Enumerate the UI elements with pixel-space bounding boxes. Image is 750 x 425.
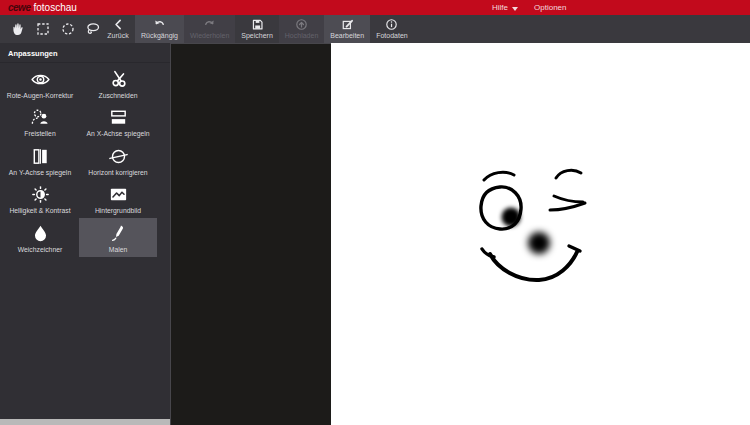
toolbar-button-label: Hochladen (285, 32, 318, 40)
hand-icon (10, 21, 26, 37)
logo-brand: cewe (8, 2, 30, 13)
hand-tool[interactable] (10, 21, 26, 37)
menu-optionen[interactable]: Optionen (534, 3, 566, 12)
scissors-icon (108, 69, 129, 90)
menu-hilfe[interactable]: Hilfe (492, 3, 518, 12)
cutout-icon (30, 107, 51, 128)
sidebar-tool-helligkeit-kontrast[interactable]: Helligkeit & Kontrast (1, 180, 79, 219)
toolbar-button-fotodaten[interactable]: Fotodaten (370, 15, 414, 43)
eye-icon (30, 69, 51, 90)
sidebar-tool-an-y-achse-spiegeln[interactable]: An Y-Achse spiegeln (1, 141, 79, 180)
content-area: Anpassungen Rote-Augen-Korrektur Zuschne… (0, 43, 750, 425)
sidebar-tool-label: Malen (109, 246, 128, 254)
logo-product: fotoschau (33, 2, 76, 13)
sidebar-tool-label: Rote-Augen-Korrektur (7, 92, 74, 100)
app-logo: cewe fotoschau (8, 2, 77, 13)
ellipse-select-tool[interactable] (60, 21, 76, 37)
toolbar: Zurück Rückgängig Wiederholen Speichern … (0, 15, 750, 43)
sidebar-tool-label: Freistellen (24, 130, 55, 138)
toolbar-button-rueckgaengig[interactable]: Rückgängig (135, 15, 184, 43)
photo-canvas[interactable] (331, 43, 750, 425)
toolbar-button-bearbeiten[interactable]: Bearbeiten (324, 15, 370, 43)
sidebar-tool-label: Weichzeichner (18, 246, 62, 254)
sidebar-tool-label: Zuschneiden (99, 92, 138, 100)
brightness-icon (30, 184, 51, 205)
upload-icon (295, 18, 308, 31)
sidebar-tool-freistellen[interactable]: Freistellen (1, 103, 79, 142)
toolbar-button-label: Rückgängig (141, 32, 178, 40)
sidebar-tool-label: Horizont korrigieren (88, 169, 147, 177)
back-icon (112, 18, 125, 31)
sidebar-horizontal-scrollbar[interactable] (0, 419, 170, 425)
edit-icon (341, 18, 354, 31)
ellipse-select-icon (60, 21, 76, 37)
toolbar-button-label: Zurück (107, 32, 128, 40)
toolbar-tool-icons (10, 15, 101, 43)
sidebar-tool-horizont-korrigieren[interactable]: Horizont korrigieren (79, 141, 157, 180)
sidebar-tool-label: An X-Achse spiegeln (86, 130, 149, 138)
sidebar-tool-an-x-achse-spiegeln[interactable]: An X-Achse spiegeln (79, 103, 157, 142)
horizon-icon (108, 146, 129, 167)
sidebar-tool-label: Helligkeit & Kontrast (9, 207, 70, 215)
canvas-letterbox (170, 43, 331, 425)
sidebar-tool-weichzeichner[interactable]: Weichzeichner (1, 218, 79, 257)
sidebar-tool-rote-augen-korrektur[interactable]: Rote-Augen-Korrektur (1, 64, 79, 103)
toolbar-button-label: Fotodaten (376, 32, 408, 40)
lasso-icon (85, 21, 101, 37)
sidebar-tool-label: An Y-Achse spiegeln (9, 169, 71, 177)
blur-drop-icon (30, 223, 51, 244)
flip-y-icon (30, 146, 51, 167)
sidebar-tool-zuschneiden[interactable]: Zuschneiden (79, 64, 157, 103)
flip-x-icon (108, 107, 129, 128)
menu-label: Optionen (534, 3, 566, 12)
toolbar-button-label: Wiederholen (190, 32, 229, 40)
background-icon (108, 184, 129, 205)
sidebar-tool-grid: Rote-Augen-Korrektur Zuschneiden Freiste… (1, 64, 170, 257)
sidebar-tool-label: Hintergrundbild (95, 207, 141, 215)
undo-icon (153, 18, 166, 31)
rect-select-tool[interactable] (35, 21, 51, 37)
info-icon (385, 18, 398, 31)
sidebar-tool-malen[interactable]: Malen (79, 218, 157, 257)
paint-icon (108, 223, 129, 244)
toolbar-button-label: Bearbeiten (330, 32, 364, 40)
toolbar-button-wiederholen[interactable]: Wiederholen (184, 15, 235, 43)
toolbar-button-hochladen[interactable]: Hochladen (279, 15, 324, 43)
titlebar: cewe fotoschau Hilfe Optionen (0, 0, 750, 15)
rect-select-icon (35, 21, 51, 37)
app-window: cewe fotoschau Hilfe Optionen Zurück Rüc… (0, 0, 750, 425)
chevron-down-icon (512, 7, 518, 11)
toolbar-button-zurueck[interactable]: Zurück (101, 15, 135, 43)
toolbar-button-label: Speichern (241, 32, 273, 40)
redo-icon (203, 18, 216, 31)
sidebar-tool-hintergrundbild[interactable]: Hintergrundbild (79, 180, 157, 219)
menu-label: Hilfe (492, 3, 508, 12)
adjustments-sidebar: Anpassungen Rote-Augen-Korrektur Zuschne… (0, 43, 170, 425)
save-icon (251, 18, 264, 31)
lasso-tool[interactable] (85, 21, 101, 37)
toolbar-button-speichern[interactable]: Speichern (235, 15, 279, 43)
sidebar-header: Anpassungen (0, 43, 170, 63)
titlebar-menus: Hilfe Optionen (492, 0, 566, 15)
